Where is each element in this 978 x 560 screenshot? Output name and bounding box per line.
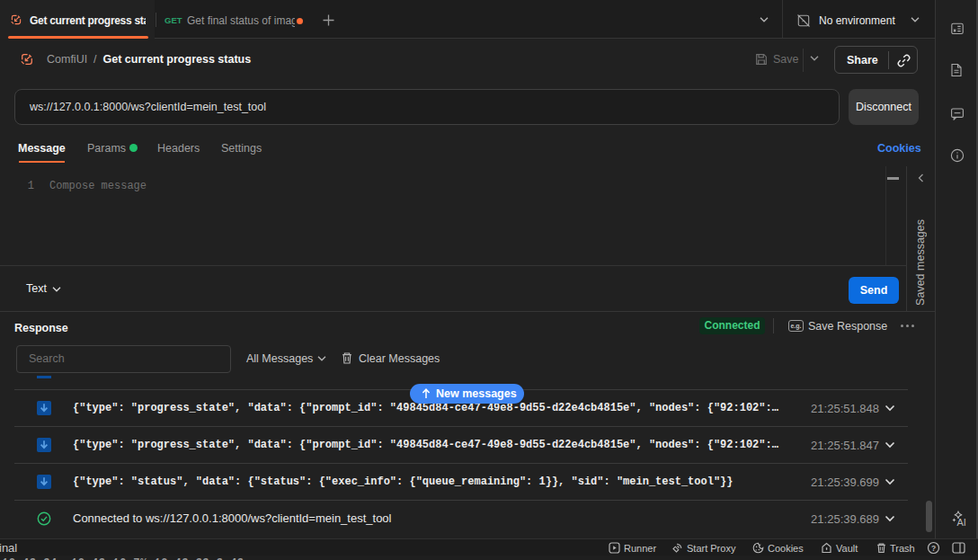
- svg-text:AI: AI: [957, 517, 966, 527]
- svg-text:?: ?: [931, 544, 936, 553]
